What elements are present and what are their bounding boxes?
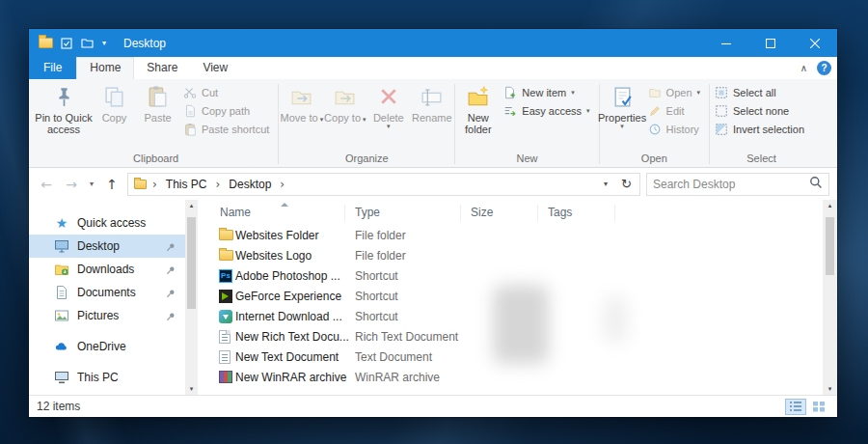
file-row[interactable]: Ps Adobe Photoshop ... Shortcut [198, 265, 823, 286]
sidebar-item-onedrive[interactable]: OneDrive [29, 335, 185, 358]
dropdown-arrow: ▾ [571, 90, 575, 96]
open-button[interactable]: Open ▾ [644, 83, 708, 101]
tab-view[interactable]: View [190, 57, 240, 79]
sidebar-item-documents[interactable]: Documents [29, 281, 185, 304]
paste-shortcut-icon [183, 123, 197, 136]
breadcrumb-separator: › [152, 178, 157, 191]
properties-button[interactable]: Properties ▾ [601, 81, 644, 129]
move-to-button[interactable]: Move to▾ [280, 81, 323, 124]
sidebar-item-this-pc[interactable]: This PC [29, 366, 185, 389]
sidebar-item-quick-access[interactable]: ★ Quick access [29, 211, 185, 235]
address-bar: ← → ▾ ↑ › This PC › Desktop › ▾ ↻ [29, 168, 837, 200]
paste-button[interactable]: Paste [136, 81, 179, 124]
breadcrumb-separator: › [280, 178, 285, 191]
copy-to-button[interactable]: Copy to▾ [323, 81, 366, 124]
file-list-scrollbar[interactable]: ▴ ▾ [823, 200, 837, 395]
group-label-select: Select [711, 152, 812, 167]
ribbon-group-organize: Move to▾ Copy to▾ Delete ▾ Rename [280, 81, 453, 167]
new-folder-button[interactable]: New folder [456, 81, 500, 135]
invert-selection-icon [715, 123, 728, 136]
address-box[interactable]: › This PC › Desktop › ▾ ↻ [127, 173, 640, 196]
invert-selection-button[interactable]: Invert selection [711, 120, 812, 138]
ribbon-tab-bar: File Home Share View ∧ ? [29, 57, 837, 79]
edit-button[interactable]: Edit [644, 101, 708, 120]
details-view-button[interactable] [785, 399, 806, 415]
pin-to-quick-access-button[interactable]: Pin to Quick access [35, 81, 93, 135]
pictures-icon [54, 308, 69, 323]
scroll-down-arrow[interactable]: ▾ [190, 385, 194, 393]
breadcrumb-desktop[interactable]: Desktop [224, 176, 276, 193]
explorer-window: ▾ Desktop File Home Share View [29, 29, 837, 417]
paste-shortcut-button[interactable]: Paste shortcut [179, 120, 277, 138]
sidebar-scrollbar[interactable]: ▴ ▾ [185, 200, 198, 395]
help-button[interactable]: ? [817, 61, 831, 75]
minimize-button[interactable] [704, 29, 748, 57]
geforce-icon [219, 290, 232, 303]
close-icon [810, 39, 820, 48]
refresh-button[interactable]: ↻ [617, 177, 636, 191]
sidebar-item-downloads[interactable]: Downloads [29, 258, 185, 281]
maximize-button[interactable] [748, 29, 793, 57]
rename-button[interactable]: Rename [410, 81, 453, 124]
close-button[interactable] [793, 29, 837, 57]
easy-access-button[interactable]: Easy access ▾ [500, 101, 597, 120]
redacted-blur [603, 296, 628, 343]
details-view-icon [788, 400, 803, 413]
quick-access-toolbar: ▾ [61, 38, 106, 49]
copy-button[interactable]: Copy [93, 81, 136, 124]
group-separator [454, 84, 455, 164]
dropdown-arrow: ▾ [620, 124, 624, 129]
file-row[interactable]: New WinRAR archive WinRAR archive [198, 367, 823, 387]
navigation-pane: ★ Quick access Desktop Downlo [29, 200, 185, 395]
pin-icon [166, 264, 176, 278]
tab-home[interactable]: Home [76, 57, 134, 79]
photoshop-icon: Ps [219, 269, 232, 283]
sidebar-item-desktop[interactable]: Desktop [29, 235, 185, 258]
breadcrumb-this-pc[interactable]: This PC [161, 176, 212, 193]
scrollbar-thumb[interactable] [187, 217, 196, 309]
folder-outline-icon [81, 38, 94, 48]
history-button[interactable]: History [644, 120, 708, 138]
address-history-dropdown[interactable]: ▾ [598, 180, 613, 188]
up-button[interactable]: ↑ [100, 173, 123, 196]
column-header-tags[interactable]: Tags [538, 205, 615, 221]
select-all-button[interactable]: Select all [711, 83, 812, 101]
scroll-up-arrow[interactable]: ▴ [190, 202, 194, 209]
forward-button[interactable]: → [60, 173, 83, 196]
scroll-up-arrow[interactable]: ▴ [828, 202, 832, 209]
file-row[interactable]: Websites Logo File folder [198, 245, 823, 265]
cut-button[interactable]: Cut [179, 83, 277, 101]
items-count: 12 items [37, 400, 80, 413]
copy-path-button[interactable]: Copy path [179, 101, 277, 120]
ribbon-group-select: Select all Select none Invert selection … [711, 81, 812, 167]
history-clock-icon [648, 123, 662, 136]
column-header-size[interactable]: Size [461, 205, 538, 221]
search-icon[interactable] [809, 176, 823, 192]
tab-share[interactable]: Share [134, 57, 190, 79]
ribbon-group-new: New folder New item ▾ Easy access ▾ [456, 81, 597, 167]
column-header-type[interactable]: Type [345, 205, 461, 221]
qat-new-folder-button[interactable] [81, 38, 94, 48]
new-item-button[interactable]: New item ▾ [500, 83, 597, 101]
minimize-ribbon-button[interactable]: ∧ [800, 63, 807, 73]
maximize-icon [766, 39, 775, 48]
search-input[interactable] [653, 178, 809, 191]
scroll-down-arrow[interactable]: ▾ [828, 385, 832, 393]
qat-properties-button[interactable] [61, 38, 72, 49]
scrollbar-thumb[interactable] [826, 217, 834, 275]
delete-button[interactable]: Delete ▾ [366, 81, 410, 129]
desktop-wallpaper: ▾ Desktop File Home Share View [0, 0, 868, 444]
tab-file[interactable]: File [29, 57, 76, 79]
sidebar-item-pictures[interactable]: Pictures [29, 304, 185, 327]
large-icons-view-button[interactable] [808, 399, 829, 415]
select-none-button[interactable]: Select none [711, 101, 812, 120]
documents-icon [54, 285, 69, 300]
dropdown-arrow: ▾ [363, 116, 366, 124]
winrar-icon [219, 371, 232, 383]
qat-customize-dropdown[interactable]: ▾ [102, 39, 106, 47]
file-row[interactable]: Websites Folder File folder [198, 225, 823, 245]
column-header-name[interactable]: Name [198, 205, 345, 221]
recent-locations-dropdown[interactable]: ▾ [85, 173, 98, 196]
window-folder-icon [39, 38, 53, 48]
back-button[interactable]: ← [35, 173, 58, 196]
